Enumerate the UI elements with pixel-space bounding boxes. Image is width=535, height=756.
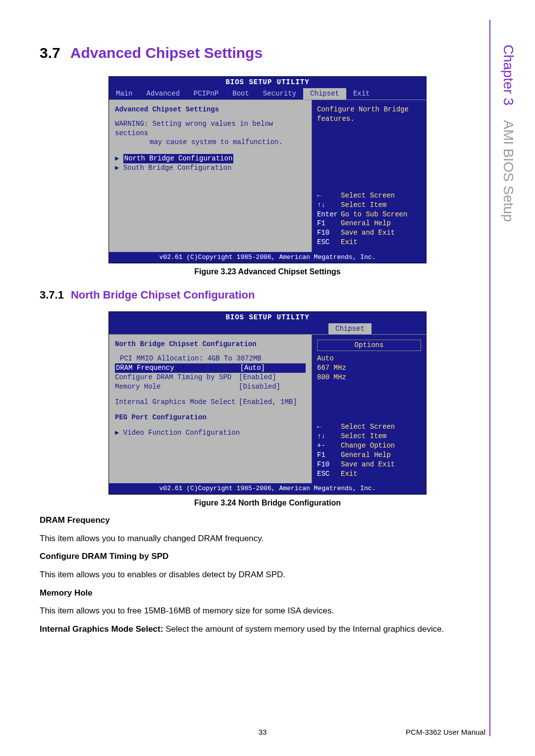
bios-copyright: v02.61 (C)Copyright 1985-2006, American … (109, 252, 426, 263)
options-header: Options (317, 340, 421, 351)
menu-north-bridge: ▶ North Bridge Configuration (115, 154, 306, 163)
page-footer: 33 PCM-3362 User Manual (40, 728, 485, 736)
body-h3: Memory Hole (40, 587, 495, 600)
bios-warning-1: WARNING: Setting wrong values in below s… (115, 119, 306, 138)
bios-left-heading: Advanced Chipset Settings (115, 105, 306, 114)
line-alloc: PCI MMIO Allocation: 4GB To 3072MB (115, 354, 306, 363)
bios-screenshot-2: BIOS SETUP UTILITY Chipset North Bridge … (108, 311, 427, 495)
help-desc-1: Configure North Bridge (317, 105, 421, 114)
option-auto: Auto (317, 354, 421, 363)
bios-title: BIOS SETUP UTILITY (109, 312, 426, 323)
help-desc-2: features. (317, 114, 421, 124)
option-800: 800 MHz (317, 373, 421, 382)
body-h2: Configure DRAM Timing by SPD (40, 551, 495, 563)
triangle-icon: ▶ (115, 154, 123, 162)
bios-help-keys: ←Select Screen ↑↓Select Item EnterGo to … (317, 191, 421, 247)
triangle-icon: ▶ (115, 164, 123, 172)
menu-south-bridge: ▶ South Bridge Configuration (115, 163, 306, 173)
chapter-label: Chapter 3 (501, 45, 516, 105)
menu-video-func: ▶ Video Function Configuration (115, 428, 306, 438)
page-number: 33 (259, 728, 267, 736)
tab-chipset: Chipset (328, 323, 372, 335)
bios-copyright: v02.61 (C)Copyright 1985-2006, American … (109, 483, 426, 494)
option-667: 667 MHz (317, 363, 421, 373)
section-heading: 3.7Advanced Chipset Settings (40, 45, 495, 61)
bios-help-keys-2: ←Select Screen ↑↓Select Item +-Change Op… (317, 422, 421, 478)
tab-security: Security (256, 88, 303, 100)
section-number: 3.7 (40, 45, 60, 61)
tab-boot: Boot (225, 88, 256, 100)
row-dram-timing: Configure DRAM Timing by SPD[Enabled] (115, 373, 306, 382)
figure-caption-1: Figure 3.23 Advanced Chipset Settings (40, 267, 495, 276)
chapter-title: AMI BIOS Setup (501, 120, 516, 222)
triangle-icon: ▶ (115, 429, 123, 437)
tab-exit: Exit (346, 88, 377, 100)
tab-pcipnp: PCIPnP (187, 88, 225, 100)
bios-left-heading: North Bridge Chipset Configuration (115, 340, 306, 349)
body-p3: This item allows you to free 15MB-16MB o… (40, 605, 495, 617)
bios-tabs: Main Advanced PCIPnP Boot Security Chips… (109, 88, 426, 100)
bios-title: BIOS SETUP UTILITY (109, 77, 426, 88)
peg-heading: PEG Port Configuration (115, 413, 306, 422)
body-p4: Internal Graphics Mode Select: Select th… (40, 623, 495, 636)
body-p2: This item allows you to enables or disab… (40, 569, 495, 581)
tab-advanced: Advanced (140, 88, 187, 100)
bios-warning-2: may cause system to malfunction. (115, 138, 306, 147)
subsection-heading: 3.7.1North Bridge Chipset Configuration (40, 289, 495, 302)
row-igfx: Internal Graphics Mode Select[Enabled, 1… (115, 398, 306, 407)
row-dram-freq: DRAM Frequency[Auto] (115, 363, 306, 373)
subsection-title: North Bridge Chipset Configuration (71, 289, 255, 301)
body-p1: This item allows you to manually changed… (40, 533, 495, 545)
row-memory-hole: Memory Hole[Disabled] (115, 382, 306, 392)
bios-screenshot-1: BIOS SETUP UTILITY Main Advanced PCIPnP … (108, 76, 427, 263)
bios-tabs-2: Chipset (109, 323, 426, 335)
subsection-number: 3.7.1 (40, 289, 64, 301)
tab-main: Main (109, 88, 140, 100)
body-h4-text: Select the amount of system memory used … (165, 624, 444, 634)
figure-caption-2: Figure 3.24 North Bridge Configuration (40, 499, 495, 507)
tab-chipset: Chipset (303, 88, 346, 100)
side-heading: Chapter 3 AMI BIOS Setup (500, 45, 516, 222)
section-title: Advanced Chipset Settings (70, 45, 263, 61)
doc-title: PCM-3362 User Manual (406, 728, 485, 736)
body-h4-label: Internal Graphics Mode Select: (40, 624, 165, 634)
body-h1: DRAM Frequency (40, 514, 495, 527)
